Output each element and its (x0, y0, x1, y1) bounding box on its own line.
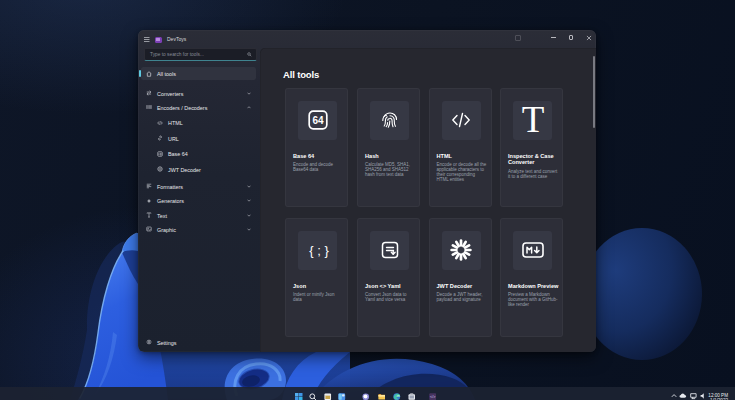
svg-text:64: 64 (312, 115, 324, 126)
svg-text:</>: </> (430, 395, 435, 399)
svg-text:T: T (521, 106, 544, 134)
svg-text:{ ; }: { ; } (309, 243, 329, 258)
